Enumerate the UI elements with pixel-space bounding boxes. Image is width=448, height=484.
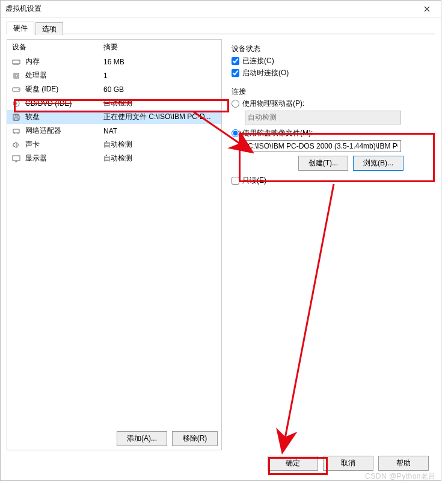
device-name: 软盘 bbox=[25, 112, 103, 122]
device-row-memory[interactable]: 内存16 MB bbox=[7, 55, 221, 69]
svg-rect-13 bbox=[15, 114, 18, 116]
connected-text: 已连接(C) bbox=[242, 56, 274, 66]
connection-label: 连接 bbox=[232, 87, 430, 97]
readonly-checkbox[interactable]: 只读(E) bbox=[232, 176, 430, 186]
svg-rect-6 bbox=[14, 73, 19, 78]
use-image-radio[interactable]: 使用软盘映像文件(M): bbox=[232, 128, 430, 138]
physical-drive-dropdown[interactable]: 自动检测 bbox=[245, 111, 401, 124]
close-icon bbox=[424, 6, 430, 12]
device-row-cpu[interactable]: 处理器1 bbox=[7, 69, 221, 82]
device-name: 处理器 bbox=[25, 70, 103, 81]
svg-rect-0 bbox=[13, 60, 20, 64]
tab-options[interactable]: 选项 bbox=[35, 22, 63, 35]
physical-drive-row: 自动检测 bbox=[245, 111, 430, 124]
device-summary: 自动检测 bbox=[103, 139, 216, 150]
device-name: 显示器 bbox=[25, 153, 103, 164]
use-physical-text: 使用物理驱动器(P): bbox=[242, 99, 304, 109]
header-device: 设备 bbox=[12, 42, 103, 52]
close-button[interactable] bbox=[414, 1, 440, 17]
device-summary: 1 bbox=[103, 72, 216, 80]
svg-rect-12 bbox=[14, 118, 18, 120]
vm-settings-dialog: 虚拟机设置 硬件 选项 设备 摘要 内存16 MB处理器1硬盘 (IDE)60 … bbox=[0, 0, 441, 481]
sound-icon bbox=[12, 141, 22, 149]
titlebar: 虚拟机设置 bbox=[1, 1, 441, 17]
device-name: 硬盘 (IDE) bbox=[25, 84, 103, 94]
device-name: 声卡 bbox=[25, 139, 103, 150]
floppy-icon bbox=[12, 113, 22, 121]
connect-at-poweron-checkbox[interactable]: 启动时连接(O) bbox=[232, 68, 430, 78]
connect-at-poweron-text: 启动时连接(O) bbox=[242, 68, 289, 78]
display-icon bbox=[12, 155, 22, 163]
connected-checkbox[interactable]: 已连接(C) bbox=[232, 56, 430, 66]
device-summary: 自动检测 bbox=[103, 98, 216, 108]
connect-at-poweron-input[interactable] bbox=[232, 69, 239, 77]
svg-rect-7 bbox=[15, 75, 17, 77]
memory-icon bbox=[12, 58, 22, 66]
watermark: CSDN @Python老吕 bbox=[365, 471, 436, 482]
readonly-input[interactable] bbox=[232, 177, 239, 185]
device-summary: 60 GB bbox=[103, 85, 216, 94]
device-name: 网络适配器 bbox=[25, 126, 103, 136]
svg-point-11 bbox=[16, 102, 17, 103]
window-title: 虚拟机设置 bbox=[5, 4, 414, 14]
use-image-input[interactable] bbox=[232, 129, 239, 137]
cancel-button[interactable]: 取消 bbox=[323, 456, 373, 471]
use-image-text: 使用软盘映像文件(M): bbox=[242, 128, 313, 138]
device-summary: 正在使用文件 C:\ISO\IBM PC-D... bbox=[103, 112, 216, 122]
device-list-pane: 设备 摘要 内存16 MB处理器1硬盘 (IDE)60 GBCD/DVD (ID… bbox=[7, 39, 222, 450]
device-name: CD/DVD (IDE) bbox=[25, 99, 103, 108]
device-summary: NAT bbox=[103, 127, 216, 135]
device-list-header: 设备 摘要 bbox=[7, 40, 221, 55]
device-detail-pane: 设备状态 已连接(C) 启动时连接(O) 连接 使用物理驱动器(P): 自动检测 bbox=[227, 39, 435, 450]
remove-button[interactable]: 移除(R) bbox=[172, 431, 218, 446]
device-summary: 16 MB bbox=[103, 58, 216, 66]
cd-icon bbox=[12, 99, 22, 108]
device-row-cd[interactable]: CD/DVD (IDE)自动检测 bbox=[7, 96, 221, 110]
content-panes: 设备 摘要 内存16 MB处理器1硬盘 (IDE)60 GBCD/DVD (ID… bbox=[7, 34, 435, 455]
device-row-floppy[interactable]: 软盘正在使用文件 C:\ISO\IBM PC-D... bbox=[7, 110, 221, 124]
tab-strip: 硬件 选项 bbox=[7, 21, 435, 34]
device-row-disk[interactable]: 硬盘 (IDE)60 GB bbox=[7, 82, 221, 96]
use-physical-radio[interactable]: 使用物理驱动器(P): bbox=[232, 99, 430, 109]
svg-rect-14 bbox=[13, 129, 19, 133]
browse-button[interactable]: 浏览(B)... bbox=[353, 156, 404, 171]
readonly-text: 只读(E) bbox=[242, 176, 266, 186]
device-row-display[interactable]: 显示器自动检测 bbox=[7, 152, 221, 165]
cpu-icon bbox=[12, 72, 22, 80]
device-row-nic[interactable]: 网络适配器NAT bbox=[7, 124, 221, 138]
help-button[interactable]: 帮助 bbox=[378, 456, 429, 471]
dialog-buttons: 确定 取消 帮助 bbox=[268, 456, 429, 471]
svg-rect-17 bbox=[13, 156, 20, 161]
device-name: 内存 bbox=[25, 57, 103, 67]
device-list[interactable]: 内存16 MB处理器1硬盘 (IDE)60 GBCD/DVD (IDE)自动检测… bbox=[7, 55, 221, 427]
create-button[interactable]: 创建(T)... bbox=[298, 156, 348, 171]
dialog-body: 硬件 选项 设备 摘要 内存16 MB处理器1硬盘 (IDE)60 GBCD/D… bbox=[1, 17, 441, 480]
svg-point-9 bbox=[18, 89, 19, 90]
device-list-buttons: 添加(A)... 移除(R) bbox=[7, 427, 221, 450]
image-path-row: 创建(T)... 浏览(B)... bbox=[245, 140, 430, 171]
nic-icon bbox=[12, 127, 22, 135]
connected-input[interactable] bbox=[232, 57, 239, 65]
disk-icon bbox=[12, 85, 22, 94]
device-summary: 自动检测 bbox=[103, 153, 216, 164]
image-buttons: 创建(T)... 浏览(B)... bbox=[245, 156, 404, 171]
svg-point-10 bbox=[13, 100, 19, 106]
tab-hardware[interactable]: 硬件 bbox=[7, 22, 34, 34]
image-path-input[interactable] bbox=[245, 140, 401, 152]
use-physical-input[interactable] bbox=[232, 100, 239, 108]
header-summary: 摘要 bbox=[103, 42, 118, 52]
add-button[interactable]: 添加(A)... bbox=[117, 431, 167, 446]
device-row-sound[interactable]: 声卡自动检测 bbox=[7, 138, 221, 152]
ok-button[interactable]: 确定 bbox=[268, 456, 318, 471]
device-status-label: 设备状态 bbox=[232, 44, 430, 54]
